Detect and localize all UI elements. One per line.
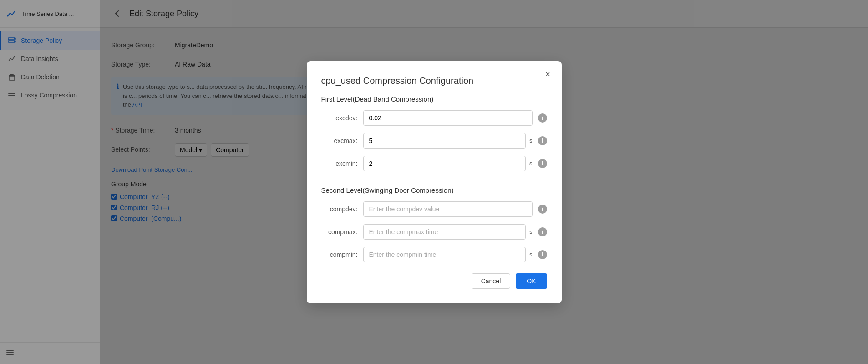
compmax-label: compmax: [321,228,358,236]
excmin-field: excmin: s i [321,156,547,171]
compmin-info-icon[interactable]: i [538,250,547,259]
excmax-info-icon[interactable]: i [538,136,547,145]
compmax-input[interactable] [363,224,526,240]
modal-footer: Cancel OK [321,273,547,289]
compression-config-modal: × cpu_used Compression Configuration Fir… [307,61,562,303]
compmax-field: compmax: s i [321,224,547,240]
compdev-input-wrap [363,201,533,217]
excdev-label: excdev: [321,114,358,122]
excdev-info-icon[interactable]: i [538,113,547,123]
excmin-info-icon[interactable]: i [538,159,547,168]
excmax-input[interactable] [363,133,526,149]
modal-title: cpu_used Compression Configuration [321,76,547,86]
second-level-title: Second Level(Swinging Door Compression) [321,186,547,194]
compmin-input[interactable] [363,247,526,262]
modal-overlay: × cpu_used Compression Configuration Fir… [0,0,868,364]
excmin-input-wrap: s [363,156,533,171]
excmax-suffix: s [529,137,533,144]
compdev-input[interactable] [363,201,533,217]
compmax-suffix: s [529,228,533,235]
compdev-info-icon[interactable]: i [538,205,547,214]
compmin-input-wrap: s [363,247,533,262]
excdev-input-wrap [363,110,533,126]
excmax-label: excmax: [321,137,358,144]
excmin-input[interactable] [363,156,526,171]
compmin-field: compmin: s i [321,247,547,262]
excdev-field: excdev: i [321,110,547,126]
compdev-label: compdev: [321,205,358,213]
modal-close-button[interactable]: × [542,68,554,81]
excmax-field: excmax: s i [321,133,547,149]
compdev-field: compdev: i [321,201,547,217]
excmax-input-wrap: s [363,133,533,149]
compmin-suffix: s [529,251,533,258]
compmax-info-icon[interactable]: i [538,227,547,236]
compmin-label: compmin: [321,251,358,258]
excmin-suffix: s [529,160,533,167]
excdev-input[interactable] [363,110,533,126]
first-level-title: First Level(Dead Band Compression) [321,95,547,103]
cancel-button[interactable]: Cancel [472,273,511,289]
ok-button[interactable]: OK [516,273,547,289]
excmin-label: excmin: [321,160,358,167]
compmax-input-wrap: s [363,224,533,240]
